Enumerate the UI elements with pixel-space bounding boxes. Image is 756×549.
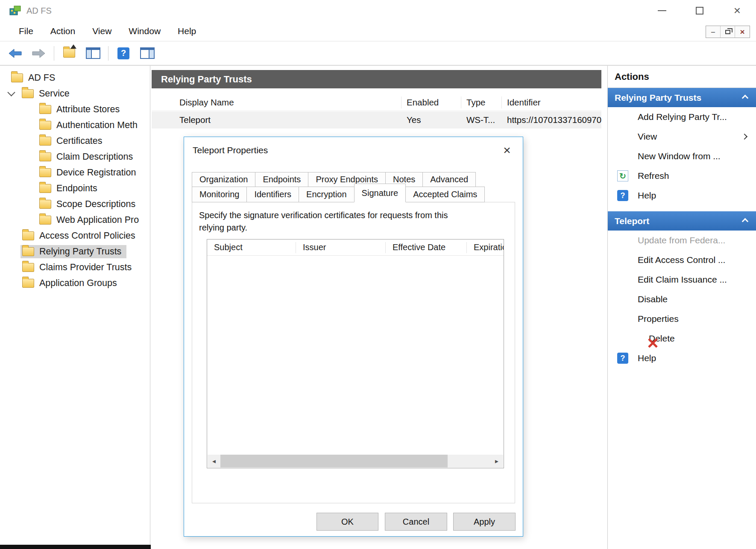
action-edit-claim-issuance[interactable]: Edit Claim Issuance ... [608,270,756,289]
cancel-button[interactable]: Cancel [385,513,447,531]
action-properties[interactable]: Properties [608,309,756,329]
refresh-icon: ↻ [617,170,628,181]
tree-item-authentication-methods[interactable]: Authentication Meth [0,117,150,133]
scrollbar-thumb[interactable] [220,455,448,467]
help-icon: ? [117,47,129,59]
column-issuer[interactable]: Issuer [296,242,386,253]
forward-arrow-icon [31,48,47,59]
show-console-tree-button[interactable] [83,44,103,62]
folder-up-icon [63,49,75,58]
back-arrow-icon [7,48,23,59]
mmc-close-icon: × [740,28,744,36]
close-button[interactable]: × [718,0,756,21]
tree-item-relying-party-trusts[interactable]: Relying Party Trusts [0,244,150,260]
teleport-properties-dialog: Teleport Properties × Organization Endpo… [184,137,523,537]
mmc-restore-button[interactable] [721,26,735,38]
column-type[interactable]: Type [461,96,502,108]
action-edit-access-control[interactable]: Edit Access Control ... [608,250,756,270]
maximize-button[interactable] [681,0,718,21]
scroll-left-button[interactable]: ◄ [208,455,220,467]
tab-encryption[interactable]: Encryption [299,187,355,202]
folder-icon [22,279,34,288]
folder-icon [39,216,51,225]
apply-button[interactable]: Apply [453,513,516,531]
results-pane-caption: Relying Party Trusts [152,70,601,88]
table-row-teleport[interactable]: Teleport Yes WS-T... https://10701337160… [152,111,601,128]
collapse-chevron-icon[interactable] [7,88,15,96]
tab-row-2: Monitoring Identifiers Encryption Signat… [192,187,515,202]
help-toolbar-button[interactable]: ? [114,44,133,62]
tree-label: Claim Descriptions [56,152,133,162]
tree-item-claims-provider-trusts[interactable]: Claims Provider Trusts [0,260,150,275]
tree-item-application-groups[interactable]: Application Groups [0,275,150,291]
mmc-minimize-icon: – [711,28,715,36]
forward-button[interactable] [29,44,49,62]
cell-enabled: Yes [401,111,461,128]
tab-identifiers[interactable]: Identifiers [246,187,299,202]
column-effective-date[interactable]: Effective Date [386,242,467,253]
tree-item-scope-descriptions[interactable]: Scope Descriptions [0,196,150,212]
tree-item-endpoints[interactable]: Endpoints [0,181,150,196]
tab-accepted-claims[interactable]: Accepted Claims [405,187,485,202]
tree-item-attribute-stores[interactable]: Attribute Stores [0,102,150,117]
collapse-section-icon[interactable] [742,95,749,102]
folder-icon [22,247,34,256]
tree-item-access-control-policies[interactable]: Access Control Policies [0,228,150,244]
mmc-close-button[interactable]: × [735,26,750,38]
cell-identifier: https://10701337160970 [502,111,601,128]
column-identifier[interactable]: Identifier [502,96,601,108]
tab-signature[interactable]: Signature [354,184,406,202]
folder-icon [39,121,51,130]
horizontal-scrollbar[interactable]: ◄ ► [208,455,503,467]
action-disable[interactable]: Disable [608,289,756,309]
tab-organization[interactable]: Organization [192,172,255,187]
ok-button[interactable]: OK [316,513,378,531]
up-one-level-button[interactable] [59,44,79,62]
column-expiration[interactable]: Expiratio [467,242,504,253]
menu-action[interactable]: Action [50,26,75,36]
tree-item-web-application-proxy[interactable]: Web Application Pro [0,212,150,228]
show-action-pane-button[interactable] [138,44,157,62]
menu-window[interactable]: Window [129,26,161,36]
action-view[interactable]: View [608,127,756,146]
folder-icon [39,168,51,177]
column-subject[interactable]: Subject [207,242,296,253]
mmc-minimize-button[interactable]: – [706,26,721,38]
dialog-close-button[interactable]: × [497,142,517,158]
help-icon: ? [617,190,628,201]
certificate-list[interactable]: Subject Issuer Effective Date Expiratio … [207,239,504,468]
tree-label: Scope Descriptions [56,199,135,210]
taskbar-edge [0,545,151,549]
tree-item-service[interactable]: Service [0,86,150,102]
column-enabled[interactable]: Enabled [401,96,461,108]
action-help-2[interactable]: ? Help [608,348,756,368]
delete-icon [647,337,658,348]
tree-item-claim-descriptions[interactable]: Claim Descriptions [0,149,150,165]
section-header-relying-party-trusts[interactable]: Relying Party Trusts [608,88,756,107]
dialog-tabs: Organization Endpoints Proxy Endpoints N… [192,172,515,202]
scroll-right-button[interactable]: ► [490,455,503,467]
minimize-button[interactable] [643,0,681,21]
tree-label: AD FS [28,73,55,83]
action-delete[interactable]: Delete [608,329,756,348]
tab-advanced[interactable]: Advanced [422,172,476,187]
section-header-teleport[interactable]: Teleport [608,211,756,231]
collapse-section-icon[interactable] [742,218,749,225]
tab-endpoints[interactable]: Endpoints [255,172,308,187]
column-display-name[interactable]: Display Name [152,96,401,108]
menu-view[interactable]: View [92,26,111,36]
action-refresh[interactable]: ↻ Refresh [608,166,756,186]
back-button[interactable] [5,44,25,62]
tree-item-device-registration[interactable]: Device Registration [0,165,150,181]
window-controls: × [643,0,756,21]
tree-item-adfs-root[interactable]: AD FS [0,70,150,86]
tree-item-certificates[interactable]: Certificates [0,133,150,149]
menu-file[interactable]: File [19,26,33,36]
menu-help[interactable]: Help [178,26,196,36]
action-help-1[interactable]: ? Help [608,186,756,205]
action-new-window[interactable]: New Window from ... [608,146,756,166]
window-title: AD FS [26,6,52,16]
action-add-relying-party-trust[interactable]: Add Relying Party Tr... [608,107,756,127]
tab-monitoring[interactable]: Monitoring [192,187,247,202]
folder-icon [22,231,34,240]
